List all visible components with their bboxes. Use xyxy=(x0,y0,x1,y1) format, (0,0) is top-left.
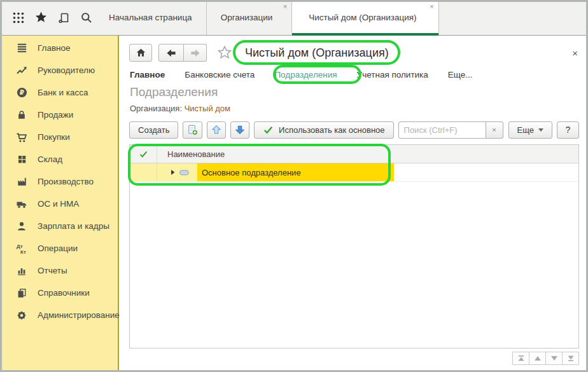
tab-label: Организации xyxy=(221,13,273,22)
trend-up-icon xyxy=(15,64,28,77)
menu-lines-icon xyxy=(15,42,28,55)
organization-label: Организация: xyxy=(130,104,182,113)
ruble-coin-icon: ₽ xyxy=(15,86,28,99)
main-flag-column-header[interactable] xyxy=(130,145,157,163)
form-tab-bar: Главное Банковские счета Подразделения У… xyxy=(130,66,473,83)
search-clear-button[interactable]: × xyxy=(486,121,503,139)
expand-triangle-icon[interactable] xyxy=(171,170,175,175)
sidebar-item-label: Справочники xyxy=(38,288,90,298)
scroll-up-icon xyxy=(534,355,542,362)
debit-credit-icon: Дт Кт xyxy=(15,242,28,255)
sidebar-item-pokupki[interactable]: Покупки xyxy=(0,126,118,148)
list-toolbar: Создать xyxy=(129,121,579,139)
form-close-icon[interactable]: × xyxy=(570,46,580,60)
sidebar-item-label: Операции xyxy=(38,244,78,253)
scroll-down-button[interactable] xyxy=(545,352,563,365)
form-header: Чистый дом (Организация) × xyxy=(129,43,580,62)
row-status-cell xyxy=(130,163,157,181)
move-up-icon xyxy=(211,124,222,135)
search-icon[interactable] xyxy=(78,10,95,26)
sidebar-item-label: Склад xyxy=(38,155,62,164)
scroll-down-icon xyxy=(550,355,558,362)
table-row[interactable]: Основное подразделение xyxy=(130,163,578,182)
form-tab-bankovskie-scheta[interactable]: Банковские счета xyxy=(185,70,255,79)
history-icon[interactable] xyxy=(56,10,73,26)
form-tab-uchetnaya-politika[interactable]: Учетная политика xyxy=(357,70,428,79)
tab-chisty-dom[interactable]: Чистый дом (Организация) × xyxy=(292,0,438,35)
close-icon[interactable]: × xyxy=(283,3,287,10)
factory-icon xyxy=(15,176,28,188)
back-arrow-icon xyxy=(165,48,177,59)
move-up-button[interactable] xyxy=(207,121,226,139)
sidebar-item-label: Главное xyxy=(38,43,71,53)
sidebar-item-zarplata-i-kadry[interactable]: Зарплата и кадры xyxy=(0,215,118,237)
warehouse-grid-icon xyxy=(15,153,28,166)
shopping-cart-icon xyxy=(15,131,28,144)
sidebar-item-sklad[interactable]: Склад xyxy=(0,148,118,170)
green-check-icon xyxy=(139,149,148,159)
gear-icon xyxy=(15,309,28,322)
close-icon[interactable]: × xyxy=(430,3,433,10)
help-button[interactable]: ? xyxy=(557,121,579,139)
form-tab-more[interactable]: Еще... xyxy=(448,70,473,79)
list-scroll-buttons xyxy=(513,352,579,365)
sidebar-item-proizvodstvo[interactable]: Производство xyxy=(0,170,118,193)
sections-panel: Главное Руководителю ₽ Банк и касса xyxy=(0,36,119,372)
sidebar-item-otchety[interactable]: Отчеты xyxy=(0,259,118,282)
table-header: Наименование xyxy=(130,145,578,163)
move-down-icon xyxy=(234,124,246,135)
create-button[interactable]: Создать xyxy=(129,121,178,139)
home-button[interactable] xyxy=(129,44,152,62)
green-check-icon xyxy=(263,125,274,135)
apps-grid-icon[interactable] xyxy=(10,10,27,26)
bar-chart-icon xyxy=(15,265,28,277)
sidebar-item-bank-i-kassa[interactable]: ₽ Банк и касса xyxy=(0,81,118,104)
row-indent-cell xyxy=(157,163,197,181)
sidebar-item-spravochniki[interactable]: Справочники xyxy=(0,282,118,304)
row-name-cell[interactable]: Основное подразделение xyxy=(197,163,394,181)
move-down-button[interactable] xyxy=(230,121,249,139)
form-title: Чистый дом (Организация) xyxy=(245,46,389,60)
search-input[interactable] xyxy=(398,121,486,139)
tab-label: Чистый дом (Организация) xyxy=(309,13,416,22)
sidebar-item-os-i-nma[interactable]: ОС и НМА xyxy=(0,193,118,215)
scroll-top-button[interactable] xyxy=(512,352,529,365)
tab-start-page[interactable]: Начальная страница xyxy=(95,0,207,35)
section-title: Подразделения xyxy=(130,85,218,99)
scroll-bottom-icon xyxy=(567,355,575,362)
more-button[interactable]: Еще xyxy=(508,121,552,139)
sidebar-item-glavnoe[interactable]: Главное xyxy=(0,37,118,59)
star-outline-icon[interactable] xyxy=(217,45,232,60)
use-as-main-button[interactable]: Использовать как основное xyxy=(254,121,393,139)
forward-arrow-icon xyxy=(190,48,201,59)
organization-link[interactable]: Чистый дом xyxy=(185,104,230,113)
scroll-bottom-button[interactable] xyxy=(562,352,579,365)
sidebar-item-rukovoditelyu[interactable]: Руководителю xyxy=(0,59,118,81)
sidebar-item-label: Банк и касса xyxy=(38,88,88,97)
form-tab-podrazdeleniya[interactable]: Подразделения xyxy=(274,70,337,79)
sidebar-item-prodazhi[interactable]: Продажи xyxy=(0,104,118,126)
home-icon xyxy=(135,47,147,59)
reference-books-icon xyxy=(15,287,28,300)
sidebar-item-label: Продажи xyxy=(38,110,73,120)
sidebar-item-label: Отчеты xyxy=(38,266,67,275)
forward-button[interactable] xyxy=(184,44,207,62)
sidebar-item-administrirovanie[interactable]: Администрирование xyxy=(0,304,118,326)
shopping-bag-icon xyxy=(15,109,28,121)
scroll-top-icon xyxy=(517,355,525,362)
sidebar-item-operacii[interactable]: Дт Кт Операции xyxy=(0,237,118,259)
group-folder-icon xyxy=(179,170,189,176)
create-group-button[interactable] xyxy=(183,121,202,139)
person-icon xyxy=(15,220,28,233)
scroll-up-button[interactable] xyxy=(529,352,546,365)
back-button[interactable] xyxy=(158,44,184,62)
sidebar-item-label: Зарплата и кадры xyxy=(38,221,109,231)
form-tab-glavnoe[interactable]: Главное xyxy=(130,70,165,79)
form-area: Чистый дом (Организация) × Главное Банко… xyxy=(119,36,588,372)
favorites-star-icon[interactable] xyxy=(33,10,50,26)
tab-label: Начальная страница xyxy=(109,13,192,22)
row-filler xyxy=(394,163,578,181)
tab-organizations[interactable]: Организации × xyxy=(207,0,293,35)
svg-text:₽: ₽ xyxy=(19,88,24,96)
name-column-header[interactable]: Наименование xyxy=(157,145,578,163)
